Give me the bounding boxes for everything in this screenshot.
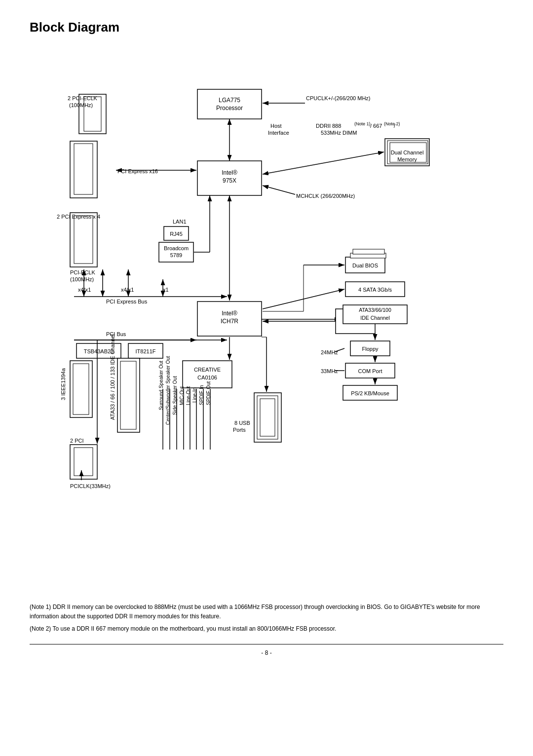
svg-text:RJ45: RJ45 — [170, 231, 183, 237]
svg-text:x4/x1: x4/x1 — [121, 287, 134, 293]
svg-text:Dual Channel: Dual Channel — [391, 150, 424, 155]
svg-text:x4/x1: x4/x1 — [78, 287, 91, 293]
svg-text:(100MHz): (100MHz) — [70, 276, 94, 282]
svg-text:8 USB: 8 USB — [234, 420, 250, 426]
svg-text:Processor: Processor — [216, 105, 243, 112]
svg-text:(Note 1): (Note 1) — [354, 121, 371, 126]
svg-text:DDRII 888: DDRII 888 — [316, 123, 341, 129]
page-title: Block Diagram — [30, 20, 503, 35]
svg-text:2 PCI: 2 PCI — [70, 438, 84, 444]
svg-text:PS/2 KB/Mouse: PS/2 KB/Mouse — [351, 390, 389, 396]
svg-text:4 SATA 3Gb/s: 4 SATA 3Gb/s — [358, 287, 392, 293]
svg-text:Ports: Ports — [233, 427, 246, 433]
svg-line-30 — [263, 152, 384, 174]
svg-text:533MHz DIMM: 533MHz DIMM — [321, 130, 357, 136]
svg-text:IDE Channel: IDE Channel — [360, 315, 390, 321]
svg-rect-36 — [74, 144, 93, 194]
svg-text:Floppy: Floppy — [362, 346, 379, 352]
svg-text:ATA33/66/100: ATA33/66/100 — [359, 307, 391, 313]
svg-text:(Note 2): (Note 2) — [384, 121, 400, 126]
svg-text:PCI-ECLK: PCI-ECLK — [70, 269, 95, 275]
svg-text:24MHz: 24MHz — [321, 349, 338, 355]
svg-text:PCICLK(33MHz): PCICLK(33MHz) — [70, 483, 111, 489]
svg-text:LAN1: LAN1 — [173, 219, 187, 225]
svg-text:ICH7R: ICH7R — [221, 318, 238, 325]
note-2: (Note 2) To use a DDR II 667 memory modu… — [30, 624, 503, 634]
svg-rect-71 — [73, 364, 89, 415]
svg-text:CA0106: CA0106 — [197, 375, 217, 380]
note-1: (Note 1) DDR II memory can be overclocke… — [30, 603, 503, 621]
svg-text:Intel®: Intel® — [222, 310, 237, 317]
svg-text:Dual BIOS: Dual BIOS — [352, 263, 378, 268]
page-number: - 8 - — [30, 644, 503, 656]
svg-rect-109 — [353, 249, 384, 254]
svg-text:LGA775: LGA775 — [219, 97, 240, 104]
svg-text:2 PCI-ECLK: 2 PCI-ECLK — [68, 95, 98, 101]
svg-rect-74 — [120, 361, 136, 429]
svg-rect-133 — [74, 448, 93, 476]
svg-rect-48 — [74, 216, 93, 264]
notes-section: (Note 1) DDR II memory can be overclocke… — [30, 603, 503, 634]
svg-text:/ 667: / 667 — [370, 123, 382, 129]
diagram-svg: 2 PCI-ECLK (100MHz) LGA775 Processor CPU… — [30, 45, 503, 578]
svg-text:3 IEEE1394a: 3 IEEE1394a — [60, 368, 66, 400]
svg-text:CPUCLK+/-(266/200 MHz): CPUCLK+/-(266/200 MHz) — [306, 95, 371, 101]
svg-text:COM Port: COM Port — [358, 368, 382, 374]
svg-text:Interface: Interface — [268, 130, 289, 136]
svg-text:MCHCLK (266/200MHz): MCHCLK (266/200MHz) — [296, 193, 355, 199]
svg-text:ATA33 / 66 / 100 / 133 IDE Cha: ATA33 / 66 / 100 / 133 IDE Channel — [110, 334, 115, 420]
block-diagram: 2 PCI-ECLK (100MHz) LGA775 Processor CPU… — [30, 45, 503, 588]
svg-text:PCI Express Bus: PCI Express Bus — [106, 299, 148, 304]
svg-rect-100 — [260, 399, 275, 436]
svg-text:PCI Express x16: PCI Express x16 — [117, 168, 158, 174]
svg-rect-8 — [197, 89, 262, 119]
svg-text:5789: 5789 — [170, 252, 182, 258]
svg-text:(100MHz): (100MHz) — [69, 102, 93, 108]
svg-line-32 — [263, 186, 295, 194]
svg-text:Host: Host — [270, 123, 282, 129]
svg-text:975X: 975X — [223, 177, 236, 184]
svg-text:IT8211F: IT8211F — [136, 348, 156, 354]
svg-text:CREATIVE: CREATIVE — [194, 367, 221, 373]
svg-text:x1: x1 — [163, 287, 169, 293]
svg-text:Intel®: Intel® — [222, 169, 237, 176]
svg-text:33MHz: 33MHz — [321, 368, 338, 374]
svg-text:Broadcom: Broadcom — [164, 245, 189, 251]
svg-text:Memory: Memory — [397, 156, 417, 162]
svg-text:2 PCI Express x 4: 2 PCI Express x 4 — [57, 214, 100, 220]
